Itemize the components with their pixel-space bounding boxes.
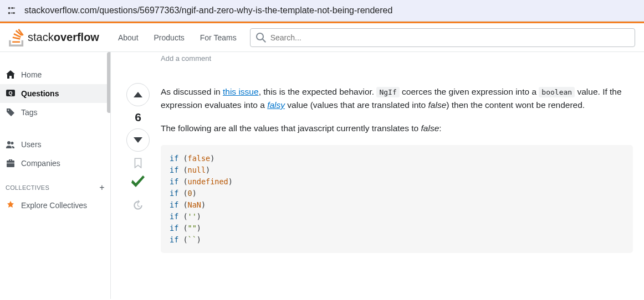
star-burst-icon	[6, 200, 16, 210]
link-falsy[interactable]: falsy	[267, 100, 285, 110]
site-settings-icon[interactable]	[6, 4, 18, 17]
sidebar-item-companies[interactable]: Companies	[0, 154, 110, 173]
nav-products[interactable]: Products	[146, 33, 192, 42]
svg-rect-4	[12, 7, 13, 9]
home-icon	[6, 70, 16, 80]
code-boolean: boolean	[539, 87, 575, 97]
accepted-checkmark	[128, 173, 148, 194]
search-container[interactable]	[250, 28, 635, 47]
history-button[interactable]	[132, 200, 144, 211]
sidebar-item-explore-collectives[interactable]: Explore Collectives	[0, 196, 110, 215]
sidebar-label-companies: Companies	[21, 159, 60, 168]
scrollbar-thumb[interactable]	[107, 52, 111, 113]
questions-icon: Q	[6, 89, 16, 99]
answer-para-1: As discussed in this issue, this is the …	[161, 85, 633, 112]
nav-forteams[interactable]: For Teams	[192, 33, 244, 42]
stackoverflow-icon	[9, 29, 24, 46]
code-block[interactable]: if (false) if (null) if (undefined) if (…	[161, 145, 633, 253]
history-icon	[132, 200, 144, 211]
svg-rect-5	[13, 12, 14, 14]
sidebar-heading-collectives: COLLECTIVES +	[0, 173, 110, 196]
check-icon	[128, 173, 148, 193]
answer-para-2: The following are all the values that ja…	[161, 122, 633, 135]
code-ngif: NgIf	[376, 87, 399, 97]
svg-point-1	[8, 12, 9, 13]
down-arrow-icon	[134, 137, 142, 143]
sidebar-item-tags[interactable]: Tags	[0, 103, 110, 122]
url-text[interactable]: stackoverflow.com/questions/56977363/ngi…	[24, 6, 392, 15]
sidebar-label-users: Users	[21, 140, 42, 149]
logo-text: stackoverflow	[28, 31, 99, 44]
sidebar-item-home[interactable]: Home	[0, 65, 110, 84]
tag-icon	[6, 107, 16, 117]
sidebar-label-tags: Tags	[21, 108, 38, 117]
sidebar-item-users[interactable]: Users	[0, 135, 110, 154]
sidebar-scrollbar[interactable]	[106, 52, 111, 299]
upvote-button[interactable]	[126, 83, 150, 106]
site-header: stackoverflow About Products For Teams	[0, 23, 644, 52]
search-input[interactable]	[270, 33, 629, 42]
briefcase-icon	[6, 158, 16, 168]
svg-point-0	[8, 7, 9, 8]
sidebar-label-home: Home	[21, 70, 42, 79]
bookmark-button[interactable]	[132, 157, 144, 168]
sidebar-item-questions[interactable]: Q Questions	[0, 84, 110, 103]
users-icon	[6, 139, 16, 149]
main-content: Add a comment 6 As discussed in this iss…	[111, 52, 644, 299]
vote-score: 6	[135, 111, 141, 124]
left-sidebar: Home Q Questions Tags Users Companies CO…	[0, 52, 111, 299]
stackoverflow-logo[interactable]: stackoverflow	[9, 29, 99, 46]
answer-body: As discussed in this issue, this is the …	[154, 58, 633, 299]
downvote-button[interactable]	[126, 128, 150, 152]
plus-icon[interactable]: +	[99, 183, 105, 193]
browser-address-bar[interactable]: stackoverflow.com/questions/56977363/ngi…	[0, 0, 644, 22]
bookmark-icon	[132, 157, 144, 168]
link-this-issue[interactable]: this issue	[223, 87, 259, 96]
up-arrow-icon	[134, 92, 142, 97]
nav-about[interactable]: About	[110, 33, 146, 42]
add-comment-link[interactable]: Add a comment	[161, 54, 211, 63]
vote-column: 6	[122, 58, 154, 299]
sidebar-label-explore: Explore Collectives	[21, 201, 87, 210]
svg-text:Q: Q	[8, 90, 12, 96]
search-icon	[256, 33, 266, 43]
sidebar-label-questions: Questions	[21, 89, 59, 98]
